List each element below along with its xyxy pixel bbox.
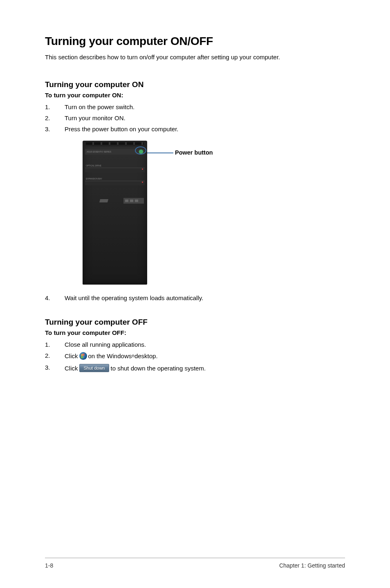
page-number: 1-8 <box>45 562 53 569</box>
step-number: 2. <box>45 352 65 360</box>
section-on-list: 1. Turn on the power switch. 2. Turn you… <box>45 103 345 132</box>
step-text-post: to shut down the operating system. <box>110 365 206 372</box>
step-number: 2. <box>45 114 65 121</box>
section-off-list: 1. Close all running applications. 2. Cl… <box>45 341 345 372</box>
step-text: Click on the Windows® desktop. <box>65 352 345 360</box>
list-item: 4. Wait until the operating system loads… <box>45 294 345 301</box>
step-text-post: desktop. <box>134 352 158 359</box>
chapter-label: Chapter 1: Getting started <box>279 562 345 569</box>
section-on-instruction: To turn your computer ON: <box>45 92 345 99</box>
tower-top <box>83 141 147 146</box>
step-text: Wait until the operating system loads au… <box>65 294 345 301</box>
list-item: 3. Click Shut down to shut down the oper… <box>45 364 345 372</box>
tower-top-slots <box>86 142 144 145</box>
expansion-bay <box>85 181 145 185</box>
step-text: Turn on the power switch. <box>65 103 345 110</box>
figure-area: ASUS ESSENTIO SERIES OPTICAL DRIVE EXPAN… <box>83 141 345 285</box>
step-text: Click Shut down to shut down the operati… <box>65 364 345 372</box>
callout-line <box>146 153 173 153</box>
registered-mark: ® <box>132 354 134 358</box>
intro-text: This section describes how to turn on/of… <box>45 54 345 61</box>
windows-start-orb-icon <box>79 352 87 360</box>
step-text: Press the power button on your computer. <box>65 126 345 132</box>
section-off: Turning your computer OFF To turn your c… <box>45 318 345 372</box>
drive1-led <box>142 168 143 170</box>
list-item: 1. Close all running applications. <box>45 341 345 348</box>
tower-logo <box>99 199 108 202</box>
step-number: 3. <box>45 126 65 132</box>
page-footer: 1-8 Chapter 1: Getting started <box>45 558 345 569</box>
front-port <box>135 200 138 202</box>
section-on-heading: Turning your computer ON <box>45 80 345 89</box>
power-button-highlight-circle <box>135 146 146 155</box>
front-ports <box>123 198 144 204</box>
power-button-callout-label: Power button <box>175 149 213 156</box>
front-port <box>130 200 133 202</box>
drive2-label: EXPANSION BAY <box>86 177 102 180</box>
section-on-list-cont: 4. Wait until the operating system loads… <box>45 294 345 301</box>
step-number: 1. <box>45 103 65 110</box>
step-number: 1. <box>45 341 65 348</box>
list-item: 2. Turn your monitor ON. <box>45 114 345 121</box>
main-heading: Turning your computer ON/OFF <box>45 35 345 48</box>
drive1-label: OPTICAL DRIVE <box>86 164 101 167</box>
step-text: Close all running applications. <box>65 341 345 348</box>
drive2-led <box>142 182 143 183</box>
list-item: 1. Turn on the power switch. <box>45 103 345 110</box>
step-number: 4. <box>45 294 65 301</box>
step-text-pre: Click <box>65 352 78 359</box>
step-number: 3. <box>45 364 65 372</box>
list-item: 3. Press the power button on your comput… <box>45 126 345 132</box>
section-off-instruction: To turn your computer OFF: <box>45 329 345 336</box>
list-item: 2. Click on the Windows® desktop. <box>45 352 345 360</box>
shutdown-button-icon: Shut down <box>79 364 110 372</box>
section-off-heading: Turning your computer OFF <box>45 318 345 327</box>
computer-tower-image: ASUS ESSENTIO SERIES OPTICAL DRIVE EXPAN… <box>83 141 147 285</box>
step-text-post-pre: on the Windows <box>88 352 132 359</box>
page-container: Turning your computer ON/OFF This sectio… <box>0 0 390 588</box>
step-text-pre: Click <box>65 365 78 372</box>
optical-drive-bay <box>85 168 145 172</box>
step-text: Turn your monitor ON. <box>65 114 345 121</box>
front-port <box>125 200 128 202</box>
